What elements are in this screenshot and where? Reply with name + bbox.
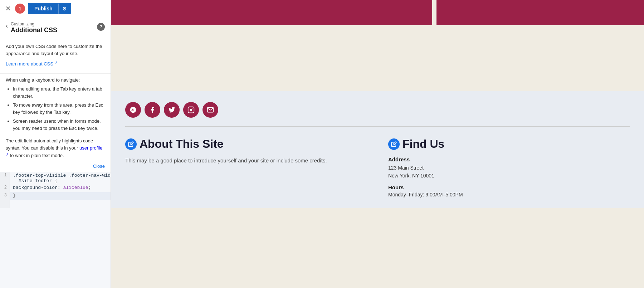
keyboard-bullet-3: Screen reader users: when in forms mode,…: [13, 118, 105, 132]
top-banners: [111, 0, 644, 25]
line-content-2: background-color: aliceblue;: [10, 184, 94, 192]
preview-panel: About This Site This may be a good place…: [111, 0, 644, 288]
banner-left: [111, 0, 432, 25]
help-button[interactable]: ?: [97, 23, 105, 31]
line-content-1: .footer-top-visible .footer-nav-widgets-…: [10, 172, 111, 184]
keyboard-bullets: In the editing area, the Tab key enters …: [6, 86, 105, 132]
keyboard-bullet-2: To move away from this area, press the E…: [13, 102, 105, 116]
findus-title-text: Find Us: [402, 137, 444, 151]
line-content-4: [10, 200, 16, 208]
syntax-note: The edit field automatically highlights …: [0, 137, 111, 162]
footer-columns: About This Site This may be a good place…: [125, 137, 630, 197]
instagram-icon[interactable]: [183, 102, 199, 118]
cream-section: [111, 25, 644, 91]
findus-column: Find Us Address 123 Main StreetNew York,…: [388, 137, 630, 197]
profile-external-icon: ↗: [6, 152, 9, 156]
line-number-1: 1: [0, 172, 10, 184]
publish-settings-button[interactable]: ⚙: [58, 4, 70, 14]
subheader: ‹ Customizing Additional CSS ?: [0, 17, 111, 37]
customizing-label: Customizing: [11, 21, 57, 26]
notification-badge[interactable]: 1: [15, 4, 25, 14]
syntax-note-2: to work in plain text mode.: [9, 153, 64, 158]
close-button[interactable]: ✕: [3, 4, 13, 14]
subheader-text: Customizing Additional CSS: [11, 21, 57, 34]
keyboard-bullet-1: In the editing area, the Tab key enters …: [13, 86, 105, 99]
address-text: 123 Main StreetNew York, NY 10001: [388, 164, 630, 180]
about-column: About This Site This may be a good place…: [125, 137, 367, 197]
line-number-4: [0, 200, 10, 208]
line-number-2: 2: [0, 184, 10, 192]
hours-text: Monday–Friday: 9:00AM–5:00PM: [388, 192, 630, 197]
publish-group: Publish ⚙: [28, 3, 71, 14]
banner-right: [436, 0, 644, 25]
line-number-3: 3: [0, 192, 10, 200]
address-label: Address: [388, 156, 630, 162]
yelp-icon[interactable]: [125, 102, 141, 118]
code-line-2: 2 background-color: aliceblue;: [0, 184, 111, 192]
code-editor[interactable]: 1 .footer-top-visible .footer-nav-widget…: [0, 172, 111, 288]
external-link-icon: ↗: [55, 60, 58, 64]
about-body: This may be a good place to introduce yo…: [125, 156, 367, 165]
about-title-text: About This Site: [140, 137, 224, 151]
code-line-1: 1 .footer-top-visible .footer-nav-widget…: [0, 172, 111, 184]
publish-button[interactable]: Publish: [29, 4, 58, 14]
line-content-3: }: [10, 192, 19, 200]
hours-label: Hours: [388, 184, 630, 190]
divider: [125, 126, 630, 127]
page-title: Additional CSS: [11, 26, 57, 34]
keyboard-intro: When using a keyboard to navigate:: [6, 77, 105, 84]
keyboard-section: When using a keyboard to navigate: In th…: [0, 74, 111, 138]
description-text: Add your own CSS code here to customize …: [6, 43, 105, 57]
learn-more-link[interactable]: Learn more about CSS ↗: [6, 61, 58, 67]
email-icon[interactable]: [203, 102, 218, 118]
social-icons-row: [125, 98, 630, 118]
findus-pencil-icon: [388, 138, 400, 150]
findus-title: Find Us: [388, 137, 630, 151]
customizer-panel: ✕ 1 Publish ⚙ ‹ Customizing Additional C…: [0, 0, 111, 288]
close-link[interactable]: Close: [0, 162, 111, 172]
top-bar: ✕ 1 Publish ⚙: [0, 0, 111, 17]
footer-section: About This Site This may be a good place…: [111, 91, 644, 208]
about-pencil-icon: [125, 138, 137, 150]
back-button[interactable]: ‹: [6, 22, 8, 30]
code-line-3: 3 }: [0, 192, 111, 200]
twitter-icon[interactable]: [164, 102, 180, 118]
facebook-icon[interactable]: [145, 102, 160, 118]
description-area: Add your own CSS code here to customize …: [0, 37, 111, 74]
subheader-left: ‹ Customizing Additional CSS: [6, 21, 57, 34]
about-title: About This Site: [125, 137, 367, 151]
code-line-4: [0, 200, 111, 208]
